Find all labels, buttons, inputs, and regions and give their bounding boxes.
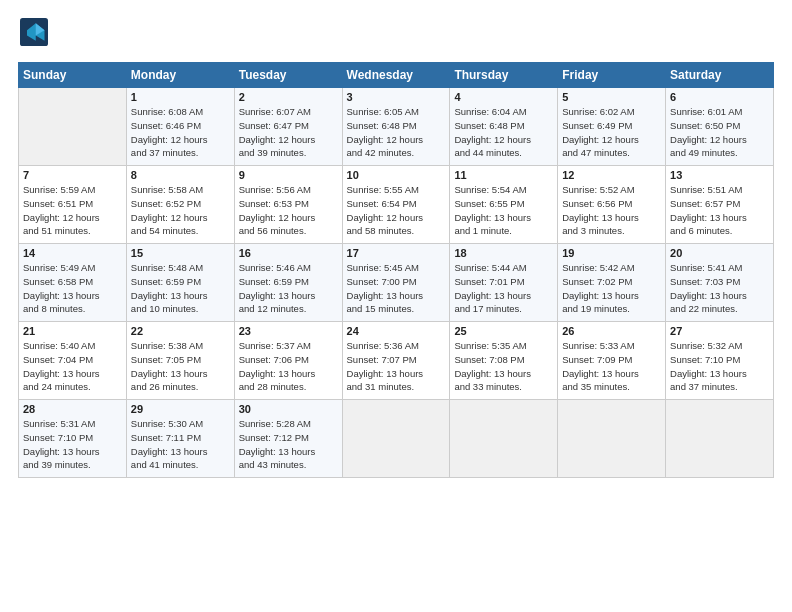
calendar-cell: 24Sunrise: 5:36 AM Sunset: 7:07 PM Dayli… — [342, 322, 450, 400]
day-number: 1 — [131, 91, 230, 103]
calendar-cell: 4Sunrise: 6:04 AM Sunset: 6:48 PM Daylig… — [450, 88, 558, 166]
calendar-cell: 11Sunrise: 5:54 AM Sunset: 6:55 PM Dayli… — [450, 166, 558, 244]
calendar-cell: 20Sunrise: 5:41 AM Sunset: 7:03 PM Dayli… — [666, 244, 774, 322]
calendar-cell: 12Sunrise: 5:52 AM Sunset: 6:56 PM Dayli… — [558, 166, 666, 244]
day-info: Sunrise: 5:49 AM Sunset: 6:58 PM Dayligh… — [23, 261, 122, 316]
day-number: 11 — [454, 169, 553, 181]
day-number: 22 — [131, 325, 230, 337]
day-number: 8 — [131, 169, 230, 181]
day-number: 27 — [670, 325, 769, 337]
calendar-cell: 17Sunrise: 5:45 AM Sunset: 7:00 PM Dayli… — [342, 244, 450, 322]
day-number: 21 — [23, 325, 122, 337]
column-header-wednesday: Wednesday — [342, 63, 450, 88]
day-number: 12 — [562, 169, 661, 181]
header — [18, 18, 774, 50]
day-info: Sunrise: 5:56 AM Sunset: 6:53 PM Dayligh… — [239, 183, 338, 238]
day-info: Sunrise: 5:36 AM Sunset: 7:07 PM Dayligh… — [347, 339, 446, 394]
day-info: Sunrise: 5:31 AM Sunset: 7:10 PM Dayligh… — [23, 417, 122, 472]
calendar-cell: 30Sunrise: 5:28 AM Sunset: 7:12 PM Dayli… — [234, 400, 342, 478]
calendar-week-row: 21Sunrise: 5:40 AM Sunset: 7:04 PM Dayli… — [19, 322, 774, 400]
day-number: 20 — [670, 247, 769, 259]
calendar-cell: 1Sunrise: 6:08 AM Sunset: 6:46 PM Daylig… — [126, 88, 234, 166]
calendar-cell: 16Sunrise: 5:46 AM Sunset: 6:59 PM Dayli… — [234, 244, 342, 322]
day-info: Sunrise: 5:30 AM Sunset: 7:11 PM Dayligh… — [131, 417, 230, 472]
day-number: 7 — [23, 169, 122, 181]
calendar-cell — [558, 400, 666, 478]
column-header-thursday: Thursday — [450, 63, 558, 88]
column-header-monday: Monday — [126, 63, 234, 88]
calendar-cell: 5Sunrise: 6:02 AM Sunset: 6:49 PM Daylig… — [558, 88, 666, 166]
day-number: 15 — [131, 247, 230, 259]
day-info: Sunrise: 6:05 AM Sunset: 6:48 PM Dayligh… — [347, 105, 446, 160]
logo-icon — [20, 18, 48, 46]
day-info: Sunrise: 5:33 AM Sunset: 7:09 PM Dayligh… — [562, 339, 661, 394]
calendar-cell: 3Sunrise: 6:05 AM Sunset: 6:48 PM Daylig… — [342, 88, 450, 166]
day-number: 6 — [670, 91, 769, 103]
calendar-cell: 22Sunrise: 5:38 AM Sunset: 7:05 PM Dayli… — [126, 322, 234, 400]
day-info: Sunrise: 5:41 AM Sunset: 7:03 PM Dayligh… — [670, 261, 769, 316]
day-info: Sunrise: 5:38 AM Sunset: 7:05 PM Dayligh… — [131, 339, 230, 394]
calendar-cell: 21Sunrise: 5:40 AM Sunset: 7:04 PM Dayli… — [19, 322, 127, 400]
calendar-cell: 27Sunrise: 5:32 AM Sunset: 7:10 PM Dayli… — [666, 322, 774, 400]
calendar-cell — [450, 400, 558, 478]
calendar-table: SundayMondayTuesdayWednesdayThursdayFrid… — [18, 62, 774, 478]
day-info: Sunrise: 5:52 AM Sunset: 6:56 PM Dayligh… — [562, 183, 661, 238]
day-number: 14 — [23, 247, 122, 259]
day-info: Sunrise: 6:08 AM Sunset: 6:46 PM Dayligh… — [131, 105, 230, 160]
calendar-cell: 28Sunrise: 5:31 AM Sunset: 7:10 PM Dayli… — [19, 400, 127, 478]
day-number: 18 — [454, 247, 553, 259]
day-info: Sunrise: 6:04 AM Sunset: 6:48 PM Dayligh… — [454, 105, 553, 160]
day-info: Sunrise: 5:59 AM Sunset: 6:51 PM Dayligh… — [23, 183, 122, 238]
day-number: 26 — [562, 325, 661, 337]
calendar-cell: 23Sunrise: 5:37 AM Sunset: 7:06 PM Dayli… — [234, 322, 342, 400]
day-number: 28 — [23, 403, 122, 415]
calendar-cell: 19Sunrise: 5:42 AM Sunset: 7:02 PM Dayli… — [558, 244, 666, 322]
calendar-cell: 7Sunrise: 5:59 AM Sunset: 6:51 PM Daylig… — [19, 166, 127, 244]
day-info: Sunrise: 5:37 AM Sunset: 7:06 PM Dayligh… — [239, 339, 338, 394]
day-info: Sunrise: 5:44 AM Sunset: 7:01 PM Dayligh… — [454, 261, 553, 316]
calendar-week-row: 14Sunrise: 5:49 AM Sunset: 6:58 PM Dayli… — [19, 244, 774, 322]
day-number: 24 — [347, 325, 446, 337]
day-info: Sunrise: 5:42 AM Sunset: 7:02 PM Dayligh… — [562, 261, 661, 316]
day-info: Sunrise: 5:46 AM Sunset: 6:59 PM Dayligh… — [239, 261, 338, 316]
day-number: 16 — [239, 247, 338, 259]
day-info: Sunrise: 5:40 AM Sunset: 7:04 PM Dayligh… — [23, 339, 122, 394]
calendar-cell: 8Sunrise: 5:58 AM Sunset: 6:52 PM Daylig… — [126, 166, 234, 244]
day-info: Sunrise: 5:35 AM Sunset: 7:08 PM Dayligh… — [454, 339, 553, 394]
calendar-cell: 6Sunrise: 6:01 AM Sunset: 6:50 PM Daylig… — [666, 88, 774, 166]
calendar-week-row: 28Sunrise: 5:31 AM Sunset: 7:10 PM Dayli… — [19, 400, 774, 478]
day-number: 19 — [562, 247, 661, 259]
calendar-week-row: 7Sunrise: 5:59 AM Sunset: 6:51 PM Daylig… — [19, 166, 774, 244]
page-container: SundayMondayTuesdayWednesdayThursdayFrid… — [0, 0, 792, 488]
day-info: Sunrise: 5:28 AM Sunset: 7:12 PM Dayligh… — [239, 417, 338, 472]
day-number: 17 — [347, 247, 446, 259]
calendar-cell — [19, 88, 127, 166]
calendar-cell: 10Sunrise: 5:55 AM Sunset: 6:54 PM Dayli… — [342, 166, 450, 244]
calendar-cell: 13Sunrise: 5:51 AM Sunset: 6:57 PM Dayli… — [666, 166, 774, 244]
day-number: 30 — [239, 403, 338, 415]
day-info: Sunrise: 5:32 AM Sunset: 7:10 PM Dayligh… — [670, 339, 769, 394]
day-number: 10 — [347, 169, 446, 181]
calendar-cell: 2Sunrise: 6:07 AM Sunset: 6:47 PM Daylig… — [234, 88, 342, 166]
calendar-cell: 18Sunrise: 5:44 AM Sunset: 7:01 PM Dayli… — [450, 244, 558, 322]
column-header-saturday: Saturday — [666, 63, 774, 88]
day-info: Sunrise: 5:54 AM Sunset: 6:55 PM Dayligh… — [454, 183, 553, 238]
calendar-cell — [342, 400, 450, 478]
day-number: 2 — [239, 91, 338, 103]
day-number: 25 — [454, 325, 553, 337]
calendar-header-row: SundayMondayTuesdayWednesdayThursdayFrid… — [19, 63, 774, 88]
day-number: 9 — [239, 169, 338, 181]
day-number: 13 — [670, 169, 769, 181]
day-number: 4 — [454, 91, 553, 103]
logo — [18, 18, 52, 50]
calendar-cell: 14Sunrise: 5:49 AM Sunset: 6:58 PM Dayli… — [19, 244, 127, 322]
day-info: Sunrise: 5:51 AM Sunset: 6:57 PM Dayligh… — [670, 183, 769, 238]
column-header-friday: Friday — [558, 63, 666, 88]
day-info: Sunrise: 5:45 AM Sunset: 7:00 PM Dayligh… — [347, 261, 446, 316]
day-info: Sunrise: 5:55 AM Sunset: 6:54 PM Dayligh… — [347, 183, 446, 238]
calendar-cell: 29Sunrise: 5:30 AM Sunset: 7:11 PM Dayli… — [126, 400, 234, 478]
calendar-week-row: 1Sunrise: 6:08 AM Sunset: 6:46 PM Daylig… — [19, 88, 774, 166]
calendar-cell: 26Sunrise: 5:33 AM Sunset: 7:09 PM Dayli… — [558, 322, 666, 400]
calendar-cell — [666, 400, 774, 478]
day-number: 23 — [239, 325, 338, 337]
